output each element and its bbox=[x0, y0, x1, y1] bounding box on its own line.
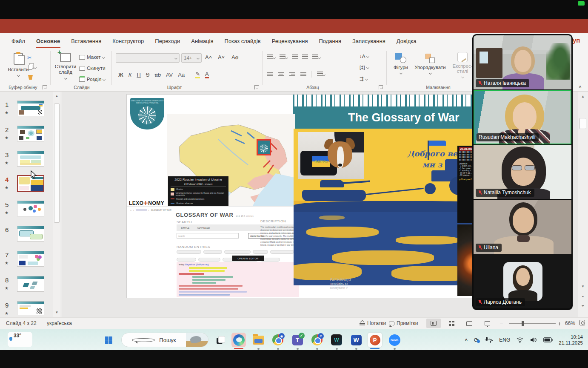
slide-scrollbar[interactable]: ▲ ▼ ⏶ ⏷ bbox=[578, 92, 588, 317]
notes-button[interactable]: Нотатки bbox=[360, 320, 386, 326]
file-explorer-button[interactable] bbox=[251, 333, 265, 347]
tab-transitions[interactable]: Переходи bbox=[149, 34, 186, 48]
section-button[interactable]: Розділ bbox=[79, 77, 105, 82]
align-center-button[interactable] bbox=[278, 72, 284, 76]
previous-slide-button[interactable]: ⏶ bbox=[579, 293, 586, 300]
video-tile-larysa-dovhan[interactable]: Лариса Довгань bbox=[474, 254, 571, 308]
columns-button[interactable] bbox=[317, 72, 325, 77]
increase-indent-button[interactable] bbox=[302, 55, 308, 60]
format-painter-button[interactable] bbox=[28, 75, 33, 80]
new-slide-button[interactable]: Створити слайд bbox=[54, 53, 77, 80]
change-case-button[interactable]: Aa bbox=[178, 72, 185, 78]
entry-pill[interactable] bbox=[253, 250, 268, 254]
underline-button[interactable]: П bbox=[137, 72, 140, 78]
character-spacing-button[interactable]: AV bbox=[166, 72, 173, 78]
align-left-button[interactable] bbox=[267, 72, 273, 76]
slide-thumbnail-5[interactable] bbox=[17, 201, 44, 216]
tab-review[interactable]: Рецензування bbox=[266, 34, 314, 48]
zoom-in-button[interactable]: + bbox=[558, 320, 561, 327]
paragraph-dialog-launcher[interactable] bbox=[379, 85, 383, 89]
decrease-indent-button[interactable] bbox=[292, 55, 298, 60]
word-button[interactable]: W bbox=[349, 333, 363, 347]
slide-thumbnail-7[interactable] bbox=[17, 251, 44, 267]
slide-counter[interactable]: Слайд 4 з 22 bbox=[6, 320, 37, 326]
align-text-button[interactable]: [‡] bbox=[360, 65, 369, 70]
zoom-meeting-panel[interactable]: Наталя Іваницька Rusudan Makhachashvili … bbox=[472, 34, 573, 310]
edge-app-button[interactable] bbox=[231, 333, 246, 347]
next-slide-button[interactable]: ⏷ bbox=[579, 303, 586, 310]
webex-button[interactable]: W bbox=[329, 333, 344, 347]
battery-icon[interactable] bbox=[543, 337, 553, 342]
justify-button[interactable] bbox=[300, 72, 306, 76]
video-tile-uliana[interactable]: Uliana bbox=[474, 200, 571, 254]
tab-simple[interactable]: SIMPLE bbox=[181, 227, 189, 229]
sync-icon[interactable]: ⟳ bbox=[474, 336, 479, 343]
glossary-search-input[interactable]: search bbox=[177, 233, 239, 239]
video-tile-natalia-ivanytska[interactable]: Наталя Іваницька bbox=[474, 35, 571, 89]
tab-design[interactable]: Конструктор bbox=[107, 34, 149, 48]
bold-button[interactable]: Ж bbox=[118, 72, 123, 78]
slide-thumbnail-8[interactable] bbox=[17, 276, 44, 292]
entry-pill[interactable] bbox=[177, 250, 201, 254]
reset-button[interactable]: Скинути bbox=[79, 66, 106, 71]
scroll-up-icon[interactable]: ▲ bbox=[579, 93, 586, 100]
clear-formatting-button[interactable]: A⌀ bbox=[231, 54, 239, 60]
clock[interactable]: 10:14 21.11.2025 bbox=[559, 334, 583, 346]
tray-overflow-chevron[interactable]: ˄ bbox=[465, 337, 468, 343]
tab-file[interactable]: Файл bbox=[6, 34, 31, 48]
tab-advanced[interactable]: ADVANCED bbox=[197, 227, 210, 229]
zoom-slider-thumb[interactable] bbox=[522, 321, 524, 326]
tab-home[interactable]: Основне bbox=[31, 34, 66, 48]
decrease-font-button[interactable]: A˅ bbox=[218, 54, 225, 60]
tab-animations[interactable]: Анімація bbox=[186, 34, 219, 48]
chrome-profile1-button[interactable]: ◉ bbox=[271, 333, 285, 347]
normal-view-button[interactable] bbox=[426, 319, 441, 328]
tab-slideshow[interactable]: Показ слайдів bbox=[219, 34, 266, 48]
strikethrough-button[interactable]: S bbox=[146, 72, 150, 78]
task-view-button[interactable] bbox=[214, 333, 228, 347]
slide-thumbnail-2[interactable] bbox=[17, 126, 44, 141]
reading-view-button[interactable] bbox=[462, 319, 477, 328]
convert-smartart-button[interactable]: ⇶ bbox=[360, 76, 368, 82]
fit-to-window-button[interactable] bbox=[579, 320, 585, 325]
video-tile-nataliia-tymoshchuk[interactable]: Nataliia Tymoshchuk bbox=[474, 145, 571, 199]
entry-pill[interactable] bbox=[224, 250, 251, 254]
numbering-button[interactable] bbox=[280, 55, 288, 60]
start-button[interactable] bbox=[101, 333, 116, 347]
line-spacing-button[interactable] bbox=[312, 55, 320, 60]
teams-button[interactable]: T✓ bbox=[290, 333, 305, 347]
entry-pill[interactable] bbox=[270, 250, 294, 254]
text-direction-button[interactable]: ↓A bbox=[360, 54, 369, 59]
tab-insert[interactable]: Вставлення bbox=[66, 34, 107, 48]
arrange-button[interactable]: Упорядкувати bbox=[412, 53, 448, 75]
font-dialog-launcher[interactable] bbox=[254, 85, 259, 89]
shapes-button[interactable]: Фігури bbox=[390, 53, 412, 75]
keyboard-language[interactable]: ENG bbox=[499, 337, 510, 343]
clipboard-dialog-launcher[interactable] bbox=[43, 85, 47, 89]
slide-canvas[interactable]: КИЇВСЬКИЙ СТОЛИЧНИЙ УНІВЕРСИТЕТ ІМЕНІ БО… bbox=[127, 95, 486, 298]
mic-location-icon[interactable] bbox=[485, 336, 493, 343]
taskbar-search[interactable]: Пошук bbox=[121, 333, 208, 347]
cut-button[interactable]: ✂ bbox=[27, 55, 32, 61]
layout-button[interactable]: Макет bbox=[79, 55, 105, 60]
text-highlight-button[interactable]: ✎ bbox=[195, 71, 200, 78]
slide-thumbnail-9[interactable] bbox=[17, 301, 44, 315]
open-in-editor-button[interactable]: OPEN IN EDITOR bbox=[232, 256, 264, 261]
italic-button[interactable]: К bbox=[128, 72, 132, 78]
increase-font-button[interactable]: A˄ bbox=[205, 54, 212, 60]
thumbnail-scrollbar-thumb[interactable] bbox=[54, 104, 60, 223]
font-name-combobox[interactable] bbox=[116, 53, 180, 63]
slide-sorter-view-button[interactable] bbox=[444, 319, 459, 328]
zoom-level[interactable]: 66% bbox=[565, 320, 575, 326]
wifi-icon[interactable] bbox=[516, 337, 524, 343]
thumbnail-scroll-down-icon[interactable]: ▼ bbox=[54, 310, 60, 315]
language-indicator[interactable]: українська bbox=[47, 320, 72, 326]
chrome-profile2-button[interactable]: P bbox=[310, 333, 324, 347]
align-right-button[interactable] bbox=[289, 72, 295, 76]
tab-recording[interactable]: Записування bbox=[347, 34, 391, 48]
scroll-down-icon[interactable]: ▼ bbox=[579, 283, 586, 290]
tab-view[interactable]: Подання bbox=[313, 34, 347, 48]
copy-button[interactable] bbox=[28, 65, 36, 70]
slide-scrollbar-thumb[interactable] bbox=[579, 118, 586, 129]
entry-pill[interactable] bbox=[198, 258, 220, 262]
